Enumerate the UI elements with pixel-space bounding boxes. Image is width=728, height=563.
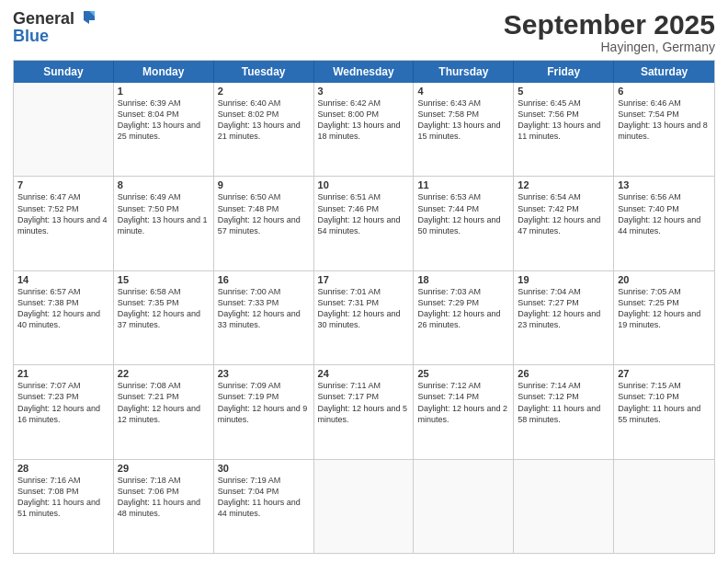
day-number: 10 [318,179,410,190]
cell-info: Sunrise: 6:47 AM Sunset: 7:52 PM Dayligh… [17,191,109,236]
calendar-cell: 11Sunrise: 6:53 AM Sunset: 7:44 PM Dayli… [414,177,514,270]
calendar-row: 21Sunrise: 7:07 AM Sunset: 7:23 PM Dayli… [14,365,714,459]
day-number: 29 [118,463,210,474]
calendar-cell: 12Sunrise: 6:54 AM Sunset: 7:42 PM Dayli… [514,177,614,270]
calendar-cell: 13Sunrise: 6:56 AM Sunset: 7:40 PM Dayli… [614,177,714,270]
calendar-cell: 21Sunrise: 7:07 AM Sunset: 7:23 PM Dayli… [14,365,114,458]
calendar-cell: 28Sunrise: 7:16 AM Sunset: 7:08 PM Dayli… [14,460,114,553]
day-number: 27 [618,368,711,379]
day-number: 9 [218,179,310,190]
calendar-cell: 17Sunrise: 7:01 AM Sunset: 7:31 PM Dayli… [314,271,415,364]
day-number: 14 [17,274,109,285]
day-number: 11 [417,179,509,190]
day-number: 3 [318,86,410,97]
day-number: 22 [118,368,210,379]
cell-info: Sunrise: 7:15 AM Sunset: 7:10 PM Dayligh… [618,380,711,425]
day-number: 7 [17,179,109,190]
logo: General Blue [13,9,97,46]
title-section: September 2025 Hayingen, Germany [504,9,715,54]
day-number: 25 [417,368,509,379]
day-header-monday: Monday [114,61,214,83]
day-number: 17 [318,274,410,285]
cell-info: Sunrise: 6:46 AM Sunset: 7:54 PM Dayligh… [618,98,711,143]
cell-info: Sunrise: 6:57 AM Sunset: 7:38 PM Dayligh… [17,286,109,331]
calendar-cell: 8Sunrise: 6:49 AM Sunset: 7:50 PM Daylig… [114,177,214,270]
cell-info: Sunrise: 7:09 AM Sunset: 7:19 PM Dayligh… [218,380,310,425]
cell-info: Sunrise: 6:58 AM Sunset: 7:35 PM Dayligh… [118,286,210,331]
calendar-cell: 7Sunrise: 6:47 AM Sunset: 7:52 PM Daylig… [14,177,114,270]
calendar-cell: 26Sunrise: 7:14 AM Sunset: 7:12 PM Dayli… [514,365,614,458]
location: Hayingen, Germany [504,40,715,54]
cell-info: Sunrise: 7:01 AM Sunset: 7:31 PM Dayligh… [318,286,410,331]
cell-info: Sunrise: 7:16 AM Sunset: 7:08 PM Dayligh… [17,475,109,520]
calendar-cell: 18Sunrise: 7:03 AM Sunset: 7:29 PM Dayli… [414,271,514,364]
day-number: 18 [417,274,509,285]
day-header-friday: Friday [514,61,614,83]
calendar-cell: 10Sunrise: 6:51 AM Sunset: 7:46 PM Dayli… [314,177,415,270]
calendar-cell: 2Sunrise: 6:40 AM Sunset: 8:02 PM Daylig… [214,83,314,176]
calendar-body: 1Sunrise: 6:39 AM Sunset: 8:04 PM Daylig… [14,83,714,553]
day-number: 30 [218,463,310,474]
logo-general-text: General [13,9,74,29]
day-header-sunday: Sunday [14,61,114,83]
day-number: 1 [118,86,210,97]
calendar-header: Sunday Monday Tuesday Wednesday Thursday… [14,61,714,83]
cell-info: Sunrise: 7:11 AM Sunset: 7:17 PM Dayligh… [318,380,410,425]
calendar-cell: 15Sunrise: 6:58 AM Sunset: 7:35 PM Dayli… [114,271,214,364]
cell-info: Sunrise: 6:45 AM Sunset: 7:56 PM Dayligh… [518,98,609,143]
logo-blue-text: Blue [13,27,97,46]
calendar-cell [314,460,415,553]
calendar-cell: 20Sunrise: 7:05 AM Sunset: 7:25 PM Dayli… [614,271,714,364]
calendar: Sunday Monday Tuesday Wednesday Thursday… [13,60,715,554]
calendar-cell: 24Sunrise: 7:11 AM Sunset: 7:17 PM Dayli… [314,365,415,458]
calendar-cell: 5Sunrise: 6:45 AM Sunset: 7:56 PM Daylig… [514,83,614,176]
calendar-cell: 1Sunrise: 6:39 AM Sunset: 8:04 PM Daylig… [114,83,214,176]
day-number: 19 [518,274,609,285]
cell-info: Sunrise: 7:19 AM Sunset: 7:04 PM Dayligh… [218,475,310,520]
cell-info: Sunrise: 7:07 AM Sunset: 7:23 PM Dayligh… [17,380,109,425]
cell-info: Sunrise: 7:08 AM Sunset: 7:21 PM Dayligh… [118,380,210,425]
day-header-thursday: Thursday [414,61,514,83]
cell-info: Sunrise: 6:39 AM Sunset: 8:04 PM Dayligh… [118,98,210,143]
cell-info: Sunrise: 7:04 AM Sunset: 7:27 PM Dayligh… [518,286,609,331]
cell-info: Sunrise: 7:03 AM Sunset: 7:29 PM Dayligh… [417,286,509,331]
calendar-row: 14Sunrise: 6:57 AM Sunset: 7:38 PM Dayli… [14,271,714,365]
cell-info: Sunrise: 7:05 AM Sunset: 7:25 PM Dayligh… [618,286,711,331]
calendar-cell: 30Sunrise: 7:19 AM Sunset: 7:04 PM Dayli… [214,460,314,553]
calendar-cell: 25Sunrise: 7:12 AM Sunset: 7:14 PM Dayli… [414,365,514,458]
calendar-cell: 29Sunrise: 7:18 AM Sunset: 7:06 PM Dayli… [114,460,214,553]
day-number: 24 [318,368,410,379]
cell-info: Sunrise: 6:43 AM Sunset: 7:58 PM Dayligh… [417,98,509,143]
calendar-cell [514,460,614,553]
calendar-cell: 23Sunrise: 7:09 AM Sunset: 7:19 PM Dayli… [214,365,314,458]
day-number: 6 [618,86,711,97]
cell-info: Sunrise: 6:54 AM Sunset: 7:42 PM Dayligh… [518,191,609,236]
calendar-cell [14,83,114,176]
calendar-cell [414,460,514,553]
day-number: 4 [417,86,509,97]
day-number: 13 [618,179,711,190]
cell-info: Sunrise: 6:51 AM Sunset: 7:46 PM Dayligh… [318,191,410,236]
calendar-cell: 16Sunrise: 7:00 AM Sunset: 7:33 PM Dayli… [214,271,314,364]
calendar-row: 7Sunrise: 6:47 AM Sunset: 7:52 PM Daylig… [14,177,714,270]
header: General Blue September 2025 Hayingen, Ge… [13,9,715,54]
month-title: September 2025 [504,9,715,40]
day-number: 23 [218,368,310,379]
calendar-cell: 6Sunrise: 6:46 AM Sunset: 7:54 PM Daylig… [614,83,714,176]
calendar-cell [614,460,714,553]
cell-info: Sunrise: 6:53 AM Sunset: 7:44 PM Dayligh… [417,191,509,236]
cell-info: Sunrise: 6:49 AM Sunset: 7:50 PM Dayligh… [118,191,210,236]
cell-info: Sunrise: 7:00 AM Sunset: 7:33 PM Dayligh… [218,286,310,331]
cell-info: Sunrise: 7:12 AM Sunset: 7:14 PM Dayligh… [417,380,509,425]
day-number: 21 [17,368,109,379]
cell-info: Sunrise: 6:42 AM Sunset: 8:00 PM Dayligh… [318,98,410,143]
day-number: 12 [518,179,609,190]
cell-info: Sunrise: 7:18 AM Sunset: 7:06 PM Dayligh… [118,475,210,520]
calendar-row: 1Sunrise: 6:39 AM Sunset: 8:04 PM Daylig… [14,83,714,177]
day-number: 5 [518,86,609,97]
calendar-row: 28Sunrise: 7:16 AM Sunset: 7:08 PM Dayli… [14,460,714,553]
day-number: 28 [17,463,109,474]
calendar-cell: 9Sunrise: 6:50 AM Sunset: 7:48 PM Daylig… [214,177,314,270]
cell-info: Sunrise: 7:14 AM Sunset: 7:12 PM Dayligh… [518,380,609,425]
day-header-tuesday: Tuesday [214,61,314,83]
